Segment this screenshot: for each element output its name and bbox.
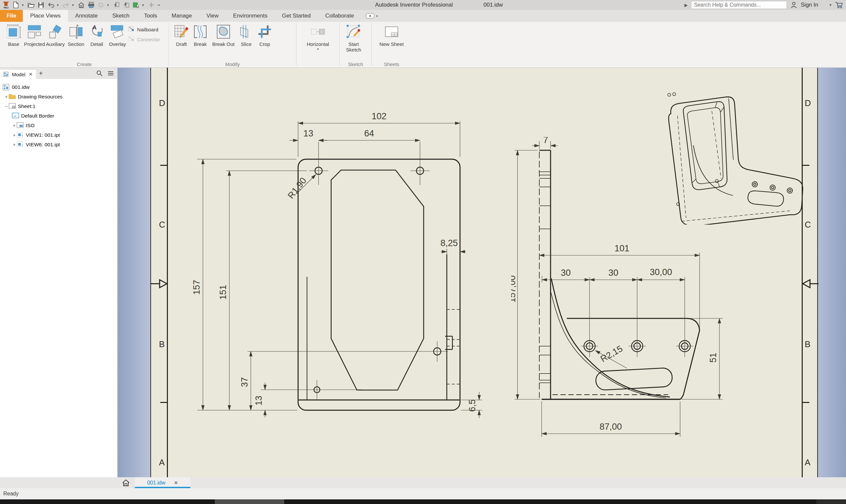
tree-item-view6[interactable]: + I VIEW6: 001.ipt (0, 140, 117, 149)
open-folder-icon[interactable] (27, 1, 35, 8)
redo-dropdown[interactable]: ▾ (72, 3, 75, 7)
tab-manage[interactable]: Manage (164, 10, 199, 22)
close-model-tab-icon[interactable]: ✕ (29, 72, 33, 77)
front-view[interactable]: 102 13 64 157 151 37 13 6,5 8,25 R1,90 (184, 107, 488, 421)
component-dropdown[interactable]: ▾ (142, 3, 145, 7)
dimension-label[interactable]: 30 (561, 268, 571, 278)
drawing-view-icon: I (17, 132, 24, 138)
drawing-view-icon: I (17, 141, 24, 148)
tree-item-drawing-resources[interactable]: + Drawing Resources (0, 92, 117, 102)
overlay-view-icon (110, 24, 125, 39)
dimension-label[interactable]: R1,90 (286, 176, 308, 200)
tree-item-iso[interactable]: + ISO (0, 121, 117, 130)
dimension-label[interactable]: 30,00 (650, 267, 672, 277)
dimension-label[interactable]: 157 (192, 280, 201, 294)
dimension-label[interactable]: 102 (371, 111, 386, 121)
base-button[interactable]: Base (3, 23, 24, 47)
dimension-label[interactable]: R2,15 (599, 343, 624, 364)
projected-button[interactable]: Projected (24, 23, 45, 47)
dimension-label[interactable]: 7 (543, 137, 548, 145)
browser-menu-icon[interactable] (107, 70, 114, 77)
break-button[interactable]: Break (191, 23, 210, 47)
drawing-canvas[interactable]: D C B A D C B A (118, 68, 846, 477)
overlay-button[interactable]: Overlay (107, 23, 128, 47)
expand-icon[interactable]: + (12, 142, 17, 147)
front-view-geometry (298, 159, 460, 410)
zone-letter: D (159, 98, 165, 108)
break-out-button[interactable]: Break Out (210, 23, 237, 47)
tab-place-views[interactable]: Place Views (23, 10, 68, 22)
iproperties-icon[interactable] (112, 1, 120, 8)
dimension-label[interactable]: 51 (708, 353, 718, 363)
home-tab-icon[interactable] (122, 479, 130, 487)
detail-button[interactable]: A Detail (86, 23, 107, 47)
iso-view[interactable] (662, 79, 804, 224)
close-document-icon[interactable]: ✕ (174, 480, 178, 486)
ribbon-display-options[interactable]: ▾ (361, 10, 382, 22)
expand-icon[interactable]: + (12, 123, 17, 128)
tree-item-document[interactable]: 001.idw (0, 82, 117, 92)
expand-icon[interactable]: + (12, 132, 17, 138)
material-dropdown[interactable]: ▾ (107, 3, 110, 7)
dimension-label[interactable]: 30 (609, 268, 618, 278)
horizontal-dropdown-caret-icon: ▾ (317, 47, 319, 51)
browser-tab-model[interactable]: Model ✕ (0, 70, 36, 79)
horizontal-button[interactable]: Horizontal ▾ (300, 23, 336, 51)
signin-dropdown-icon[interactable]: ▾ (829, 3, 831, 7)
tab-collaborate[interactable]: Collaborate (318, 10, 361, 22)
dimension-label[interactable]: 8,25 (441, 238, 458, 248)
document-title: 001.idw (483, 2, 503, 8)
home-icon[interactable] (77, 1, 85, 8)
component-select-icon[interactable] (132, 1, 140, 8)
tab-tools[interactable]: Tools (137, 10, 164, 22)
draft-button[interactable]: Draft (172, 23, 191, 47)
nailboard-button[interactable]: Nailboard (128, 26, 165, 33)
search-expand-icon[interactable]: ▶ (684, 3, 688, 7)
dimension-label[interactable]: 87,00 (599, 422, 622, 432)
undo-icon[interactable] (47, 1, 55, 8)
dimension-label[interactable]: 64 (364, 128, 374, 138)
save-icon[interactable] (37, 1, 45, 8)
new-file-icon[interactable] (12, 1, 20, 8)
dimension-label[interactable]: 13 (303, 128, 313, 138)
start-sketch-button[interactable]: Start Sketch (343, 23, 364, 53)
zone-tick (802, 402, 809, 403)
collapse-icon[interactable]: − (4, 104, 8, 109)
add-browser-tab-button[interactable]: + (36, 70, 46, 77)
new-file-dropdown[interactable]: ▾ (22, 3, 25, 7)
browser-search-icon[interactable] (96, 70, 103, 77)
new-sheet-button[interactable]: New Sheet (375, 23, 408, 47)
tab-view[interactable]: View (199, 10, 226, 22)
dimension-label[interactable]: 37 (240, 377, 249, 387)
front-view-dimensions (197, 121, 482, 418)
iproperties-copy-icon[interactable] (122, 1, 130, 8)
tab-file[interactable]: File (0, 10, 23, 22)
dimension-label[interactable]: 157,00 (511, 275, 517, 303)
expand-icon[interactable]: + (4, 94, 8, 100)
dimension-label[interactable]: 101 (614, 244, 629, 253)
tab-sketch[interactable]: Sketch (105, 10, 137, 22)
crop-button[interactable]: Crop (255, 23, 274, 47)
dimension-label[interactable]: 13 (254, 396, 264, 406)
undo-dropdown[interactable]: ▾ (57, 3, 60, 7)
auxiliary-button[interactable]: Auxiliary (45, 23, 66, 47)
sign-in-button[interactable]: Sign In (801, 2, 818, 8)
section-button[interactable]: Section (66, 23, 87, 47)
dimension-label[interactable]: 6,5 (467, 399, 477, 412)
drawing-sheet[interactable]: D C B A D C B A (151, 68, 818, 477)
dimension-label[interactable]: 151 (218, 285, 228, 300)
tab-annotate[interactable]: Annotate (68, 10, 105, 22)
document-tab-001idw[interactable]: 001.idw ✕ (135, 477, 190, 488)
search-input[interactable] (691, 1, 787, 9)
ribbon-group-sketch: Start Sketch Sketch (340, 22, 371, 67)
border-icon (12, 113, 19, 119)
tab-environments[interactable]: Environments (226, 10, 275, 22)
tree-item-default-border[interactable]: Default Border (0, 111, 117, 121)
slice-button[interactable]: Slice (237, 23, 255, 47)
tree-item-sheet1[interactable]: − Sheet:1 (0, 102, 117, 111)
cart-icon[interactable] (835, 1, 843, 8)
tab-get-started[interactable]: Get Started (275, 10, 318, 22)
tree-item-view1[interactable]: + I VIEW1: 001.ipt (0, 130, 117, 140)
customize-qat-icon[interactable]: ≂ (157, 3, 161, 7)
print-icon[interactable] (87, 1, 95, 8)
